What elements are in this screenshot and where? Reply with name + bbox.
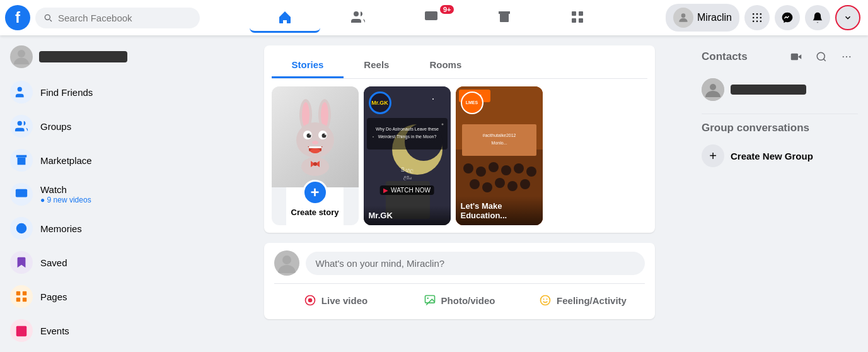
sidebar-item-watch[interactable]: Watch ● 9 new videos [5, 178, 222, 211]
main-content: Stories Reels Rooms [227, 35, 692, 352]
svg-rect-25 [16, 291, 20, 295]
svg-point-44 [312, 141, 318, 144]
svg-point-85 [308, 298, 312, 303]
watch-now-badge: ▶ WATCH NOW [379, 185, 434, 195]
page-layout: Find Friends Groups Marketplace Watch ● … [0, 0, 868, 352]
create-story-card[interactable]: + Create story [272, 86, 359, 225]
sidebar-item-label: Groups [40, 121, 71, 132]
story-mr-gk-overlay: Mr.GK [364, 206, 451, 225]
feeling-button[interactable]: Feeling/Activity [521, 289, 645, 312]
svg-point-11 [753, 17, 755, 19]
story-lmes[interactable]: #acithutalke2012 Monlo... LMES ACADEMY L… [456, 86, 543, 225]
sidebar-profile[interactable] [5, 40, 222, 73]
story-lmes-overlay: Let's Make Education... [456, 196, 543, 225]
create-group-plus-icon: + [702, 144, 724, 167]
nav-friends-button[interactable] [323, 3, 393, 33]
svg-rect-29 [16, 326, 27, 337]
nav-home-button[interactable] [250, 3, 320, 33]
search-input[interactable] [58, 13, 184, 23]
post-input-row: What's on your mind, Miraclin? [274, 250, 645, 276]
sidebar-item-find-friends[interactable]: Find Friends [5, 76, 222, 109]
contacts-header: Contacts [697, 45, 863, 68]
contacts-divider [702, 114, 858, 114]
svg-point-90 [543, 298, 545, 300]
marketplace-sidebar-icon [10, 149, 33, 172]
sidebar-item-pages[interactable]: Pages [5, 280, 222, 313]
sidebar-profile-avatar [10, 45, 33, 68]
watch-item-content: Watch ● 9 new videos [40, 184, 91, 204]
photo-video-icon [424, 294, 436, 307]
tab-stories[interactable]: Stories [272, 53, 344, 78]
sidebar-item-events[interactable]: Events [5, 314, 222, 347]
post-input-field[interactable]: What's on your mind, Miraclin? [306, 252, 645, 275]
svg-rect-5 [572, 18, 576, 23]
create-story-image [272, 86, 359, 187]
events-icon [10, 319, 33, 342]
live-video-button[interactable]: Live video [274, 289, 398, 312]
create-story-bottom: + Create story [286, 187, 344, 225]
sidebar-item-label: Find Friends [40, 87, 93, 98]
search-bar[interactable] [35, 8, 200, 28]
svg-rect-6 [579, 18, 583, 23]
post-box: What's on your mind, Miraclin? Live vide… [264, 243, 655, 319]
sidebar-item-label: Events [40, 326, 69, 336]
search-icon [43, 13, 53, 23]
sidebar-item-groups[interactable]: Groups [5, 110, 222, 143]
sidebar-profile-name [39, 51, 127, 62]
dropdown-button[interactable] [835, 5, 860, 30]
nav-pages-button[interactable] [542, 3, 613, 33]
profile-name-text: Miraclin [697, 12, 732, 23]
photo-video-button[interactable]: Photo/video [398, 289, 521, 312]
svg-point-76 [495, 178, 505, 188]
svg-text:සිංහල: සිංහල [401, 167, 414, 173]
more-options-button[interactable] [835, 45, 858, 68]
create-story-plus-button[interactable]: + [303, 180, 328, 205]
svg-point-51 [313, 162, 317, 166]
sidebar-item-label: Saved [40, 257, 67, 268]
contact-item[interactable] [697, 73, 863, 106]
create-story-label: Create story [291, 208, 339, 217]
topnav-left: f [0, 5, 205, 30]
profile-name-button[interactable]: Miraclin [666, 4, 739, 32]
mr-gk-avatar: Mr.GK [369, 91, 391, 114]
svg-point-47 [310, 148, 320, 153]
cartoon-svg [284, 96, 347, 178]
svg-point-8 [753, 13, 755, 15]
topnav-right: Miraclin [658, 4, 868, 32]
svg-text:Why Do Astronauts Leave these: Why Do Astronauts Leave these [376, 127, 439, 132]
profile-avatar-small [673, 8, 693, 28]
notifications-button[interactable] [805, 5, 830, 30]
sidebar-item-memories[interactable]: Memories [5, 212, 222, 245]
watch-badge: 9+ [440, 5, 454, 14]
feeling-icon [539, 294, 552, 307]
apps-grid-button[interactable] [744, 5, 770, 30]
svg-point-96 [843, 56, 844, 57]
saved-icon [10, 251, 33, 274]
nav-marketplace-button[interactable] [469, 3, 540, 33]
svg-point-98 [849, 56, 850, 57]
tab-rooms[interactable]: Rooms [409, 53, 482, 78]
friends-icon [350, 9, 366, 25]
live-video-label: Live video [321, 295, 367, 306]
svg-point-12 [756, 17, 758, 19]
search-contacts-button[interactable] [810, 45, 833, 68]
nav-watch-button[interactable]: 9+ [396, 3, 466, 33]
svg-point-97 [846, 56, 847, 57]
sidebar-item-label: Marketplace [40, 155, 92, 166]
svg-point-94 [817, 52, 825, 60]
tab-reels[interactable]: Reels [344, 53, 409, 78]
groups-icon [10, 115, 33, 138]
watch-sidebar-icon [10, 183, 33, 206]
grid-icon [751, 11, 763, 24]
sidebar-item-saved[interactable]: Saved [5, 246, 222, 279]
home-icon [277, 9, 292, 25]
sidebar-item-marketplace[interactable]: Marketplace [5, 144, 222, 177]
svg-point-15 [756, 21, 758, 23]
video-chat-button[interactable] [785, 45, 807, 68]
svg-rect-4 [579, 11, 583, 16]
bell-icon [811, 11, 824, 24]
svg-rect-26 [23, 291, 26, 295]
create-new-group-button[interactable]: + Create New Group [697, 139, 863, 172]
messenger-button[interactable] [775, 5, 800, 30]
story-mr-gk[interactable]: Why Do Astronauts Leave these Weirdest T… [364, 86, 451, 225]
